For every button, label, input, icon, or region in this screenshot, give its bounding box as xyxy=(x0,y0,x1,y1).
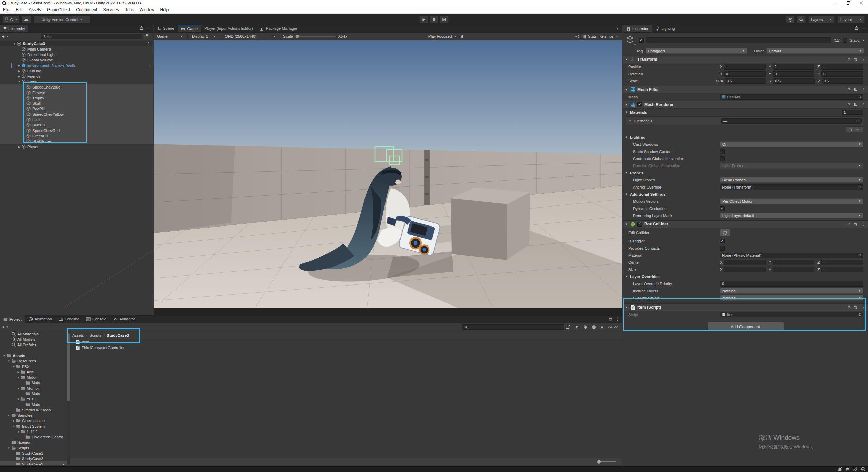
project-tree-row-studycase1[interactable]: StudyCase1 xyxy=(0,451,67,456)
project-file-thirdcharactercontroller[interactable]: ThirdCharacterController xyxy=(70,345,622,350)
object-picker-icon[interactable]: ⊙ xyxy=(858,253,861,257)
minimize-button[interactable] xyxy=(833,1,837,5)
chevron-down-icon[interactable]: ▼ xyxy=(6,35,9,38)
presets-icon[interactable] xyxy=(853,57,858,62)
hierarchy-row-directional-light[interactable]: Directional Light xyxy=(0,52,153,57)
rendering-layer-mask-dropdown[interactable]: Light Layer default▼ xyxy=(720,213,863,218)
add-gameobject-button[interactable]: + xyxy=(2,34,5,39)
help-icon[interactable]: ? xyxy=(848,87,850,92)
hierarchy-row-trophy[interactable]: Trophy xyxy=(0,95,153,101)
hierarchy-row-studycase3[interactable]: ▼ StudyCase3 ⋮ xyxy=(0,41,153,46)
project-tree-row-simpleurptoon[interactable]: SimpleURPToon xyxy=(0,407,67,413)
add-material-button[interactable]: + xyxy=(850,127,852,132)
mesh-field[interactable]: FirstAid⊙ xyxy=(720,94,863,100)
hierarchy-row-bluepill[interactable]: BluePill xyxy=(0,122,153,128)
expand-arrow[interactable]: ▶ xyxy=(17,75,21,78)
rotation-y-field[interactable]: 0 xyxy=(773,71,814,77)
drag-handle-icon[interactable]: ≡ xyxy=(627,119,632,123)
layer-overrides-foldout[interactable]: ▼Layer Overrides xyxy=(623,273,868,280)
hierarchy-search-input[interactable] xyxy=(47,34,141,38)
expand-arrow[interactable]: ▼ xyxy=(16,398,21,401)
material-element-field[interactable]: —⊙ xyxy=(721,118,862,124)
hierarchy-row-speedchevblue[interactable]: SpeedChevBlue xyxy=(0,84,153,90)
hidden-count-eye-icon[interactable] xyxy=(608,325,612,329)
close-button[interactable] xyxy=(859,1,863,5)
version-control-dropdown[interactable]: Unity Version Control▼ xyxy=(34,16,90,23)
project-tree-row-all-materials[interactable]: All Materials xyxy=(0,331,67,337)
expand-arrow[interactable]: ▼ xyxy=(2,354,6,357)
expand-arrow[interactable]: ▼ xyxy=(12,42,17,45)
layer-override-priority-field[interactable]: 0 xyxy=(720,281,863,287)
tab-hierarchy[interactable]: ☰ Hierarchy xyxy=(0,25,28,32)
kebab-menu-icon[interactable]: ⋮ xyxy=(862,26,866,31)
stats-toggle[interactable]: Stats xyxy=(588,34,597,38)
tab-animation[interactable]: Animation xyxy=(25,315,55,323)
breadcrumb-segment-assets[interactable]: Assets xyxy=(72,333,84,337)
tab-scene[interactable]: Scene xyxy=(154,25,178,32)
expand-arrow[interactable]: ▼ xyxy=(16,376,21,379)
kebab-menu-icon[interactable]: ⋮ xyxy=(616,26,620,31)
project-tree-row-scripts[interactable]: ▼ Scripts xyxy=(0,445,67,451)
project-tree-row-scenes[interactable]: Scenes xyxy=(0,440,67,445)
lock-icon[interactable] xyxy=(140,26,143,31)
static-shadow-caster-checkbox[interactable] xyxy=(720,149,725,154)
is-trigger-checkbox[interactable] xyxy=(720,239,725,243)
breadcrumb-segment-studycase3[interactable]: StudyCase3 xyxy=(107,333,129,337)
hierarchy-row-skullbones[interactable]: SkullBones xyxy=(0,139,153,144)
expand-arrow[interactable]: ▼ xyxy=(12,425,16,428)
hierarchy-row-player[interactable]: ▶ Player xyxy=(0,144,153,150)
provides-contacts-checkbox[interactable] xyxy=(720,246,725,251)
project-tree-row-yuzu[interactable]: ▼ Yuzu xyxy=(0,396,67,402)
tag-dropdown[interactable]: Untagged▼ xyxy=(646,48,747,54)
expand-arrow[interactable]: ▼ xyxy=(16,430,21,433)
name-field[interactable]: — xyxy=(646,37,831,43)
presets-icon[interactable] xyxy=(853,103,858,107)
expand-arrow[interactable]: ▼ xyxy=(7,360,11,363)
gameobject-icon[interactable]: ▼ xyxy=(626,35,636,45)
menu-item-edit[interactable]: Edit xyxy=(13,7,26,12)
scale-slider[interactable] xyxy=(295,36,336,37)
position-z-field[interactable]: — xyxy=(821,64,863,70)
materials-foldout[interactable]: ▼Materials1 xyxy=(623,109,868,116)
size-z-field[interactable]: — xyxy=(821,267,863,272)
tab-timeline[interactable]: Timeline xyxy=(55,315,83,323)
kebab-menu-icon[interactable]: ⋮ xyxy=(861,87,865,92)
debug-bug-icon[interactable] xyxy=(460,34,465,39)
game-view-mode-dropdown[interactable]: Game▼ xyxy=(155,34,184,39)
menu-item-gameobject[interactable]: GameObject xyxy=(44,7,73,12)
open-window-icon[interactable] xyxy=(144,34,148,39)
prefab-open-chevron[interactable]: › xyxy=(148,63,150,68)
add-component-button[interactable]: Add Component xyxy=(707,322,784,331)
project-tree-row-midori[interactable]: ▼ Midori xyxy=(0,375,67,380)
expand-arrow[interactable]: ▶ xyxy=(16,371,21,374)
favorites-star-icon[interactable]: ★ xyxy=(600,324,604,330)
restore-button[interactable] xyxy=(846,1,850,5)
help-icon[interactable]: ? xyxy=(848,57,850,61)
project-tree-row-resources[interactable]: ▼ Resources xyxy=(0,358,67,364)
chevron-down-icon[interactable]: ▼ xyxy=(62,463,65,466)
scale-z-field[interactable]: 0.5 xyxy=(822,78,863,84)
center-z-field[interactable]: — xyxy=(821,260,863,265)
cache-disabled-icon[interactable] xyxy=(845,467,850,471)
play-button[interactable] xyxy=(419,16,428,23)
mesh-filter-header[interactable]: ▼ Mesh Filter ?⋮ xyxy=(623,86,868,93)
help-icon[interactable]: ? xyxy=(848,305,850,309)
help-icon[interactable]: ? xyxy=(848,222,850,226)
account-button[interactable]: G▼ xyxy=(3,16,20,23)
kebab-menu-icon[interactable]: ⋮ xyxy=(616,317,620,321)
gizmos-dropdown[interactable]: Gizmos▼ xyxy=(599,34,620,39)
expand-arrow[interactable]: ▶ xyxy=(12,419,16,422)
kebab-menu-icon[interactable]: ⋮ xyxy=(147,26,151,31)
dynamic-occlusion-checkbox[interactable] xyxy=(720,206,725,211)
hierarchy-row-lock[interactable]: Lock xyxy=(0,117,153,122)
layout-dropdown[interactable]: Layout▼ xyxy=(837,16,865,23)
additional-settings-foldout[interactable]: ▼Additional Settings xyxy=(623,191,868,198)
tab-lighting[interactable]: Lighting xyxy=(652,25,678,32)
contribute-gi-checkbox[interactable] xyxy=(720,156,725,161)
hierarchy-row-redpill[interactable]: RedPill xyxy=(0,106,153,112)
object-picker-icon[interactable]: ⊙ xyxy=(858,185,861,189)
item-script-header[interactable]: ▼ Item (Script) ?⋮ xyxy=(623,303,868,311)
probes-foldout[interactable]: ▼Probes xyxy=(623,169,868,176)
create-asset-button[interactable]: + xyxy=(2,324,5,330)
hierarchy-row-speedchevred[interactable]: SpeedChevRed xyxy=(0,128,153,133)
